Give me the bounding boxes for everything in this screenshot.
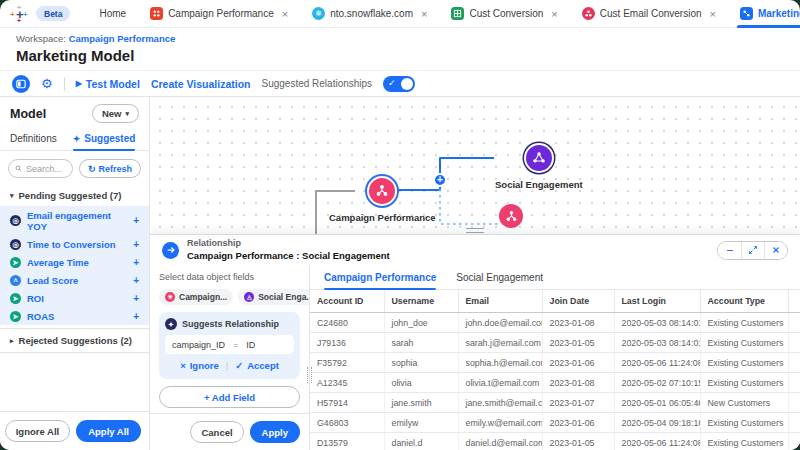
sheet-icon xyxy=(451,7,464,20)
column-header[interactable]: Account ID xyxy=(310,290,384,313)
table-row[interactable]: C24680 john_doe john.doe@email.com 2023-… xyxy=(310,313,800,333)
tab-preview-campaign-performance[interactable]: Campaign Performance xyxy=(324,272,436,289)
column-resize-handle[interactable] xyxy=(307,367,312,383)
field-mapping-row[interactable]: campaign_ID = ID xyxy=(165,335,294,354)
divider xyxy=(64,77,65,91)
node-social-engagement[interactable]: Social Engagement xyxy=(495,145,583,190)
apply-all-button[interactable]: Apply All xyxy=(76,420,141,442)
column-header[interactable]: Email xyxy=(458,290,542,313)
breadcrumb-workspace-link[interactable]: Campaign Performance xyxy=(69,33,176,44)
list-item[interactable]: ➤ Average Time + xyxy=(0,253,149,271)
apply-button[interactable]: Apply xyxy=(250,421,300,443)
tab-campaign-performance[interactable]: Campaign Performance × xyxy=(141,0,297,28)
node-unlabeled[interactable] xyxy=(499,204,523,228)
metric-icon: ➤ xyxy=(10,311,21,322)
node-campaign-performance[interactable]: Campaign Performance xyxy=(329,178,436,223)
suggested-relationships-label: Suggested Relationships xyxy=(261,78,372,89)
tab-snowflake[interactable]: ❄ nto.snowflake.com × xyxy=(303,0,436,28)
sidebar-title: Model xyxy=(10,107,46,121)
test-model-button[interactable]: ▶ Test Model xyxy=(76,78,140,90)
rejected-suggestions-header[interactable]: ▸ Rejected Suggestions (2) xyxy=(0,328,149,353)
add-icon[interactable]: + xyxy=(133,257,139,268)
panel-subtitle: Campaign Performance : Social Engagement xyxy=(187,250,390,262)
close-icon[interactable]: × xyxy=(282,8,288,20)
search-icon xyxy=(15,164,22,173)
expand-icon[interactable] xyxy=(741,242,764,259)
chevron-right-icon: ▸ xyxy=(10,337,14,345)
refresh-button[interactable]: ↻ Refresh xyxy=(79,159,141,178)
accept-button[interactable]: ✓ Accept xyxy=(235,360,279,371)
add-icon[interactable]: + xyxy=(133,311,139,322)
tab-cust-email-conversion[interactable]: Cust Email Conversion × xyxy=(573,0,725,28)
table-row[interactable]: G46803 emilyw emily.w@email.com 2023-01-… xyxy=(310,413,800,433)
sidebar-footer: Ignore All Apply All xyxy=(0,411,149,450)
add-icon[interactable]: + xyxy=(133,275,139,286)
close-icon[interactable]: × xyxy=(551,8,557,20)
tab-marketing-model[interactable]: Marketing Model × xyxy=(731,0,800,28)
close-icon[interactable] xyxy=(764,242,787,259)
clock-icon: ◎ xyxy=(10,239,21,250)
cancel-button[interactable]: Cancel xyxy=(190,421,243,443)
resize-handle[interactable] xyxy=(466,228,484,233)
tab-preview-social-engagement[interactable]: Social Engagement xyxy=(456,272,543,289)
suggested-relationships-toggle[interactable]: ✓ xyxy=(383,76,415,92)
list-item[interactable]: ◎ Time to Conversion + xyxy=(0,235,149,253)
list-item[interactable]: ➤ ROAS + xyxy=(0,307,149,325)
close-icon[interactable]: × xyxy=(710,8,716,20)
right-field[interactable]: ID xyxy=(246,340,255,350)
chip-social[interactable]: ◬ Social Enga... xyxy=(238,289,309,305)
pending-suggested-header[interactable]: ▾ Pending Suggested (7) xyxy=(0,185,149,206)
add-icon[interactable]: + xyxy=(133,293,139,304)
table-row[interactable]: D13579 daniel.d daniel.d@email.com 2023-… xyxy=(310,433,800,450)
list-item[interactable]: ˄ Lead Score + xyxy=(0,271,149,289)
chip-campaign[interactable]: ✳ Campaign... xyxy=(159,289,233,305)
column-header[interactable]: Join Date xyxy=(542,290,614,313)
left-field[interactable]: campaign_ID xyxy=(172,340,225,350)
close-icon[interactable]: × xyxy=(421,8,427,20)
check-icon: ✓ xyxy=(388,78,396,88)
equals-operator: = xyxy=(233,340,238,350)
tab-cust-conversion[interactable]: Cust Conversion × xyxy=(442,0,566,28)
add-icon: + xyxy=(204,392,212,403)
minimize-icon[interactable] xyxy=(718,242,741,259)
fields-column: Select data object fields ✳ Campaign... … xyxy=(150,265,310,450)
table-row[interactable]: F35792 sophia sophia.h@email.com 2023-01… xyxy=(310,353,800,373)
table-row[interactable]: H57914 jane.smith jane.smith@email.com 2… xyxy=(310,393,800,413)
search-input[interactable] xyxy=(8,159,73,178)
triangle-network-icon: ◬ xyxy=(244,292,254,302)
tab-definitions[interactable]: Definitions xyxy=(10,128,57,150)
relationship-plus-icon[interactable]: + xyxy=(433,173,447,187)
play-icon: ▶ xyxy=(76,79,82,88)
add-icon[interactable]: + xyxy=(133,239,139,250)
model-icon xyxy=(740,7,753,20)
gear-icon[interactable]: ⚙ xyxy=(41,77,53,90)
column-header[interactable]: Last Login xyxy=(614,290,700,313)
column-header-clipped xyxy=(788,290,800,313)
column-header[interactable]: Username xyxy=(384,290,458,313)
relationship-panel-header: Relationship Campaign Performance : Soci… xyxy=(150,235,800,265)
ignore-button[interactable]: × Ignore xyxy=(180,360,219,371)
app-window: + + + + + Beta Home Campaign Performance… xyxy=(0,0,800,450)
table-row[interactable]: A12345 olivia olivia.t@email.com 2023-01… xyxy=(310,373,800,393)
table-row[interactable]: J79136 sarah sarah.j@email.com 2023-01-0… xyxy=(310,333,800,353)
create-visualization-button[interactable]: Create Visualization xyxy=(151,78,251,90)
panel-toggle-button[interactable] xyxy=(12,75,30,93)
new-button[interactable]: New ▾ xyxy=(92,104,139,123)
list-item[interactable]: ➤ ROI + xyxy=(0,289,149,307)
list-item[interactable]: ◎ Email engagement YOY + xyxy=(0,206,149,235)
share-icon xyxy=(499,204,523,228)
refresh-icon: ↻ xyxy=(88,164,96,174)
metric-icon: ➤ xyxy=(10,257,21,268)
model-canvas[interactable]: Campaign Performance Social Engagement + xyxy=(150,97,800,450)
add-field-button[interactable]: + Add Field xyxy=(159,386,300,408)
table-header-row: Account ID Username Email Join Date Last… xyxy=(310,290,800,313)
chevron-down-icon: ▾ xyxy=(10,192,14,200)
tab-suggested[interactable]: ✦ Suggested xyxy=(73,128,136,150)
data-preview-table[interactable]: Account ID Username Email Join Date Last… xyxy=(310,290,800,450)
divider: | xyxy=(226,360,228,371)
tab-home[interactable]: Home xyxy=(90,0,135,28)
column-header[interactable]: Account Type xyxy=(700,290,788,313)
ignore-all-button[interactable]: Ignore All xyxy=(5,420,70,442)
beta-badge: Beta xyxy=(36,6,70,21)
add-icon[interactable]: + xyxy=(133,215,139,226)
